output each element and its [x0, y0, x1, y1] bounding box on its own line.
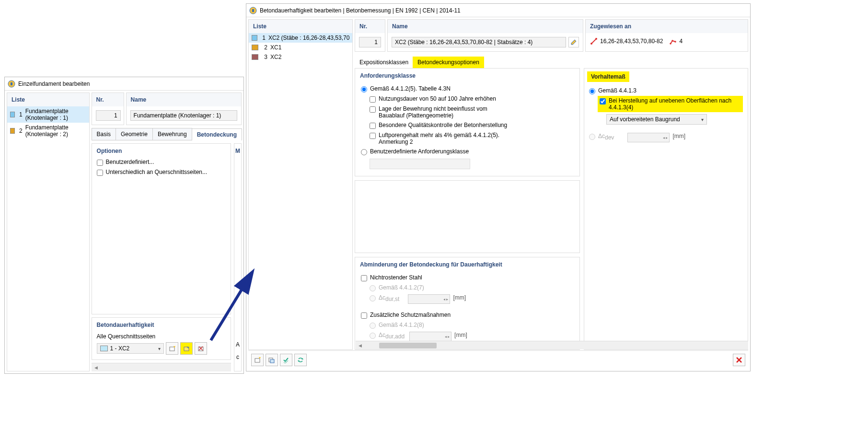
anf-check-3[interactable]: Besondere Qualitätskontrolle der Betonhe…	[370, 120, 574, 130]
label: Bei Herstellung auf unebenen Oberflächen…	[609, 97, 741, 111]
svg-rect-9	[252, 9, 254, 12]
label: Unterschiedlich an Querschnittsseiten...	[106, 169, 207, 175]
new-durability-button[interactable]	[166, 342, 178, 355]
label: Lage der Bewehrung nicht beeinflusst vom…	[379, 105, 513, 119]
tab-betondeckung[interactable]: Betondeckung	[192, 128, 242, 140]
item-idx: 3	[262, 54, 267, 60]
dialog-einzelfundament: Einzelfundament bearbeiten Liste 1 Funda…	[4, 77, 244, 374]
name-input-2[interactable]	[392, 37, 566, 47]
scroll-thumb[interactable]	[379, 343, 437, 348]
tab-basis[interactable]: Basis	[92, 128, 116, 140]
vorh-check-1[interactable]: Bei Herstellung auf unebenen Oberflächen…	[598, 96, 743, 112]
checkbox[interactable]	[370, 106, 376, 113]
liste-item-1[interactable]: 1 Fundamentplatte (Knotenlager : 1)	[7, 106, 89, 123]
radio	[370, 323, 376, 329]
checkbox[interactable]	[600, 98, 606, 104]
checkbox[interactable]	[370, 133, 376, 139]
name-header-2: Name	[388, 20, 583, 33]
nr-header-1: Nr.	[92, 93, 124, 106]
checkbox[interactable]	[97, 160, 103, 166]
delete-durability-button[interactable]	[195, 342, 207, 355]
anf-check-2[interactable]: Lage der Bewehrung nicht beeinflusst vom…	[370, 104, 574, 120]
side-strip: M A c	[234, 143, 242, 371]
nr-input-2[interactable]	[359, 37, 381, 47]
c-label: c	[234, 352, 241, 362]
radio[interactable]	[361, 149, 367, 155]
copy-button[interactable]	[266, 354, 278, 366]
abm-delta-st: Δcdur,st ◂ ▸ [mm]	[370, 293, 574, 305]
sync-button[interactable]	[294, 354, 307, 366]
dropdown-value: 1 - XC2	[110, 345, 130, 352]
tab-exposition[interactable]: Expositionsklassen	[355, 57, 413, 68]
abm-radio-1: Gemäß 4.4.1.2(7)	[370, 283, 574, 293]
sync-icon	[297, 357, 304, 363]
svg-point-15	[670, 43, 672, 45]
anf-check-4[interactable]: Luftporengehalt mehr als 4% gemäß 4.4.1.…	[370, 130, 574, 147]
label: Nichtrostender Stahl	[370, 274, 422, 281]
checkbox[interactable]	[370, 96, 376, 103]
anf-radio-1[interactable]: Gemäß 4.4.1.2(5). Tabelle 4.3N	[361, 84, 574, 94]
checkbox[interactable]	[370, 123, 376, 129]
check-icon	[283, 357, 289, 363]
anf-check-1[interactable]: Nutzungsdauer von 50 auf 100 Jahre erhöh…	[370, 94, 574, 104]
h-scrollbar[interactable]: ◀	[92, 363, 231, 371]
liste-item-2[interactable]: 2 Fundamentplatte (Knotenlager : 2)	[7, 123, 89, 139]
nr-header-2: Nr.	[355, 20, 385, 33]
swatch-icon	[252, 54, 258, 60]
checkbox[interactable]	[97, 170, 103, 176]
abm-radio-2: Gemäß 4.4.1.2(8)	[370, 320, 574, 330]
copy-icon	[268, 357, 275, 363]
dialog-betondauerhaftigkeit: Betondauerhaftigkeit bearbeiten | Betonb…	[246, 3, 751, 371]
radio[interactable]	[361, 86, 367, 93]
name-input-1[interactable]	[130, 110, 237, 121]
opt-unterschiedlich[interactable]: Unterschiedlich an Querschnittsseiten...	[97, 167, 226, 177]
label: Δcdur,st	[379, 294, 399, 302]
radio	[370, 333, 376, 339]
abminderung-group: Abminderung der Betondeckung für Dauerha…	[355, 257, 580, 350]
edit-durability-button[interactable]	[180, 342, 193, 355]
d2-liste-item-1[interactable]: 1 XC2 (Stäbe : 16,26-28,43,53,70,80-82	[249, 33, 352, 43]
label: Gemäß 4.4.1.2(7)	[379, 284, 424, 291]
anf-custom-input[interactable]	[370, 159, 470, 169]
assigned-sets: 4	[679, 38, 683, 45]
close-button[interactable]	[733, 354, 745, 366]
vorh-dropdown[interactable]: Auf vorbereiteten Baugrund ▾	[606, 114, 707, 125]
new-button[interactable]	[251, 354, 264, 366]
liste-header-2: Liste	[249, 20, 352, 33]
scroll-left-icon[interactable]: ◀	[94, 365, 98, 370]
m-label: M	[234, 144, 241, 158]
unit: [mm]	[454, 332, 467, 338]
tab-betondeckungsoptionen[interactable]: Betondeckungsoptionen	[413, 57, 484, 68]
nr-input-1[interactable]	[96, 110, 121, 121]
a-label: A	[234, 337, 241, 352]
radio	[370, 285, 376, 291]
close-icon	[736, 357, 742, 363]
opt-benutzerdefiniert[interactable]: Benutzerdefiniert...	[97, 157, 226, 167]
item-label: XC2 (Stäbe : 16,26-28,43,53,70,80-82	[268, 35, 349, 41]
checkbox[interactable]	[361, 275, 367, 281]
delta-add-input: ◂ ▸	[409, 332, 451, 341]
label: Gemäß 4.4.1.3	[598, 87, 637, 94]
radio[interactable]	[589, 88, 595, 94]
chevron-down-icon: ▾	[158, 346, 161, 351]
swatch-icon	[100, 346, 108, 351]
tab-geometrie[interactable]: Geometrie	[116, 128, 153, 140]
d2-liste-item-2[interactable]: 2 XC1	[249, 43, 352, 52]
svg-rect-18	[255, 359, 260, 362]
name-panel-1: Name	[126, 93, 242, 125]
durability-dropdown[interactable]: 1 - XC2 ▾	[97, 343, 164, 354]
checkbox[interactable]	[361, 312, 367, 319]
tabs-1: Basis Geometrie Bewehrung Betondeckung	[92, 128, 242, 140]
abm-check-schutz[interactable]: Zusätzliche Schutzmaßnahmen	[361, 310, 574, 320]
scroll-left-icon[interactable]: ◀	[359, 343, 362, 348]
abm-check-stahl[interactable]: Nichtrostender Stahl	[361, 273, 574, 283]
rename-button[interactable]	[568, 37, 579, 47]
d2-h-scrollbar[interactable]: ◀	[356, 341, 748, 349]
check-button[interactable]	[280, 354, 292, 366]
tab-bewehrung[interactable]: Bewehrung	[152, 128, 192, 140]
assigned-header: Zugewiesen an	[586, 20, 748, 33]
anf-radio-2[interactable]: Benutzerdefinierte Anforderungsklasse	[361, 147, 574, 157]
vorh-radio-1[interactable]: Gemäß 4.4.1.3	[589, 86, 743, 96]
d2-liste-item-3[interactable]: 3 XC2	[249, 52, 352, 62]
label: Besondere Qualitätskontrolle der Betonhe…	[379, 122, 507, 128]
